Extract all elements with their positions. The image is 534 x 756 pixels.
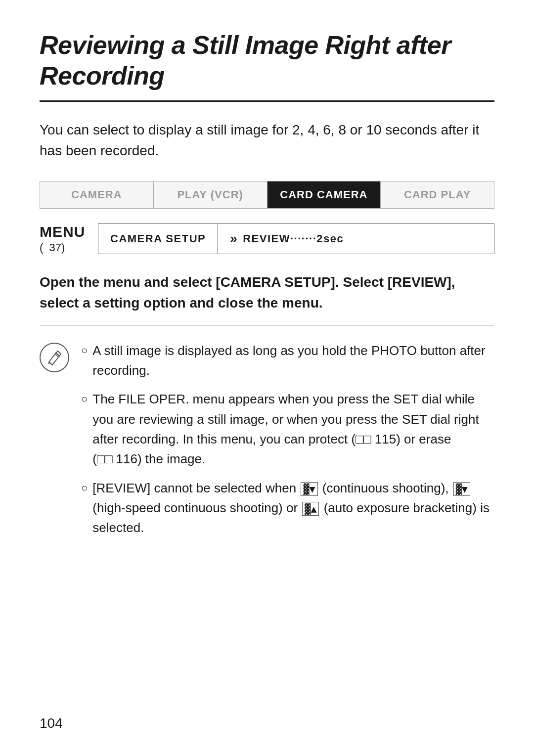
instruction-text: Open the menu and select [CAMERA SETUP].… [40, 272, 494, 326]
pencil-note-icon [46, 349, 63, 366]
note-text-2: The FILE OPER. menu appears when you pre… [92, 389, 494, 469]
menu-cell-review: » REVIEW·······2sec [218, 224, 356, 254]
tab-card-play[interactable]: CARD PLAY [381, 181, 494, 208]
high-speed-shoot-icon: ▓▼ [453, 482, 470, 496]
note-bullet-1: ○ [81, 342, 88, 359]
notes-list: ○ A still image is displayed as long as … [81, 341, 494, 547]
intro-text: You can select to display a still image … [40, 120, 494, 161]
continuous-shoot-icon: ▓▼ [301, 482, 317, 496]
menu-page-ref: ( 37) [40, 241, 65, 254]
note-text-1: A still image is displayed as long as yo… [92, 341, 494, 381]
note-text-3: [REVIEW] cannot be selected when ▓▼ (con… [92, 478, 494, 538]
menu-nav-row: MENU ( 37) CAMERA SETUP » REVIEW·······2… [40, 223, 494, 254]
notes-section: ○ A still image is displayed as long as … [40, 341, 494, 547]
notes-icon [40, 343, 69, 372]
note-item-1: ○ A still image is displayed as long as … [81, 341, 494, 381]
auto-exposure-icon: ▓▲ [302, 502, 319, 516]
note-bullet-2: ○ [81, 391, 88, 407]
tab-card-camera[interactable]: CARD CAMERA [267, 181, 381, 208]
note-bullet-3: ○ [81, 480, 88, 496]
page-number: 104 [40, 715, 63, 731]
mode-tabs: CAMERA PLAY (VCR) CARD CAMERA CARD PLAY [40, 181, 494, 209]
note-item-3: ○ [REVIEW] cannot be selected when ▓▼ (c… [81, 478, 494, 538]
tab-camera[interactable]: CAMERA [40, 181, 154, 208]
tab-play-vcr[interactable]: PLAY (VCR) [154, 181, 267, 208]
menu-cell-camera-setup: CAMERA SETUP [98, 224, 218, 254]
note-item-2: ○ The FILE OPER. menu appears when you p… [81, 389, 494, 469]
arrow-icon: » [230, 231, 238, 246]
menu-label: MENU [40, 223, 85, 240]
menu-label-block: MENU ( 37) [40, 223, 89, 254]
menu-nav-cells: CAMERA SETUP » REVIEW·······2sec [98, 223, 494, 254]
menu-cell-label-2: REVIEW·······2sec [243, 232, 344, 245]
menu-cell-label-1: CAMERA SETUP [110, 232, 206, 245]
page-title: Reviewing a Still Image Right after Reco… [40, 30, 494, 102]
